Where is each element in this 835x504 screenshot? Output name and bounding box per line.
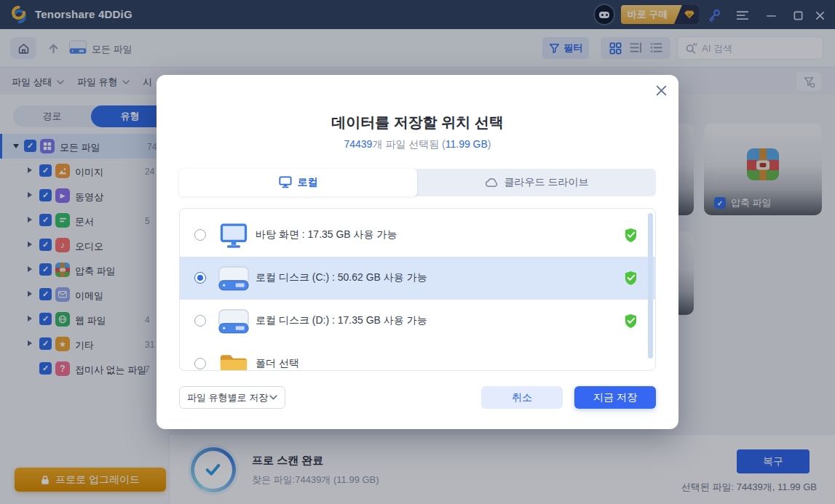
health-shield-icon: [624, 271, 638, 289]
location-row-disk-d[interactable]: 로컬 디스크 (D:) : 17.35 GB 사용 가능: [180, 300, 655, 343]
radio-unselected[interactable]: [194, 358, 206, 369]
radio-unselected[interactable]: [194, 229, 206, 241]
disk-icon: [218, 308, 250, 334]
tab-local[interactable]: 로컬: [179, 169, 417, 196]
location-row-select-folder[interactable]: 폴더 선택: [180, 343, 655, 371]
location-row-desktop[interactable]: 바탕 화면 : 17.35 GB 사용 가능: [180, 214, 655, 257]
dialog-subtitle: 74439개 파일 선택됨 (11.99 GB): [157, 138, 678, 151]
cloud-icon: [485, 177, 499, 188]
health-shield-icon: [624, 228, 638, 246]
radio-selected[interactable]: [194, 272, 206, 284]
save-mode-dropdown[interactable]: 파일 유형별로 저장: [179, 386, 285, 409]
location-row-disk-c[interactable]: 로컬 디스크 (C:) : 50.62 GB 사용 가능: [180, 257, 655, 300]
disk-icon: [218, 265, 250, 291]
destination-tabs: 로컬 클라우드 드라이브: [179, 169, 656, 196]
chevron-down-icon: [269, 395, 277, 400]
save-location-dialog: 데이터를 저장할 위치 선택 74439개 파일 선택됨 (11.99 GB) …: [157, 75, 678, 429]
tab-cloud-drive[interactable]: 클라우드 드라이브: [417, 169, 656, 196]
location-list: 바탕 화면 : 17.35 GB 사용 가능 로컬 디스크 (C:) : 50.…: [179, 208, 656, 371]
dialog-close-icon[interactable]: [654, 83, 668, 97]
monitor-icon: [279, 176, 292, 188]
app-window: Tenorshare 4DDiG 바로 구매: [0, 0, 835, 504]
folder-icon: [218, 353, 250, 371]
list-scrollbar[interactable]: [648, 213, 653, 359]
cancel-button[interactable]: 취소: [481, 386, 563, 409]
save-now-button[interactable]: 지금 저장: [574, 386, 656, 409]
radio-unselected[interactable]: [194, 315, 206, 327]
desktop-icon: [218, 223, 250, 248]
dialog-title: 데이터를 저장할 위치 선택: [157, 113, 678, 132]
health-shield-icon: [624, 313, 638, 332]
